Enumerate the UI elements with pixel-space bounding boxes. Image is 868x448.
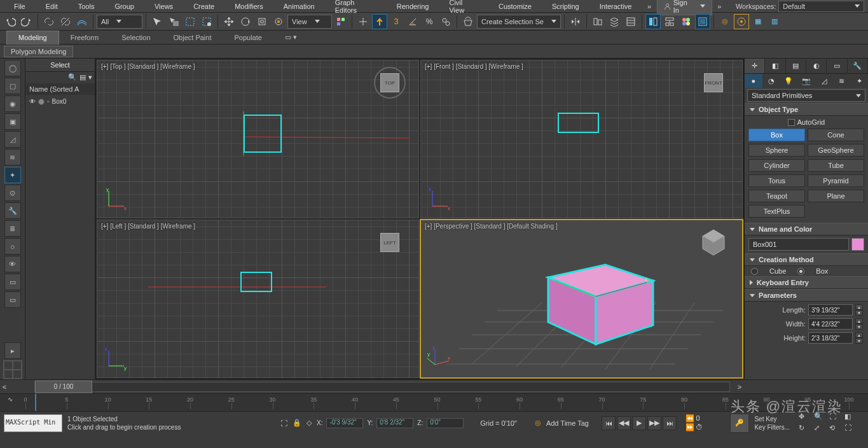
- spinner-snap-icon[interactable]: [438, 14, 453, 29]
- layers-icon[interactable]: [607, 14, 622, 29]
- refcoord-select[interactable]: View: [287, 15, 332, 29]
- prev-key-icon[interactable]: ⏪: [685, 414, 694, 423]
- tab-create-icon[interactable]: ✛: [745, 59, 765, 73]
- set-eye-icon[interactable]: 👁: [4, 256, 21, 272]
- viewport-front-label[interactable]: [+] [Front ] [Standard ] [Wireframe ]: [425, 63, 523, 70]
- time-marker[interactable]: [35, 394, 36, 411]
- menu-scripting[interactable]: Scripting: [542, 1, 589, 11]
- menu-create[interactable]: Create: [183, 1, 224, 11]
- curve-editor-icon[interactable]: [623, 14, 638, 29]
- time-slider[interactable]: 0 / 100: [34, 382, 730, 392]
- ribbon-tab-freeform[interactable]: Freeform: [59, 31, 111, 45]
- set-snap-icon[interactable]: ✦: [4, 167, 21, 183]
- set-sun-icon[interactable]: ☼: [4, 238, 21, 255]
- schematic-icon[interactable]: [662, 14, 677, 29]
- zoom-icon[interactable]: 🔍: [814, 412, 828, 423]
- time-next-icon[interactable]: >: [735, 383, 744, 391]
- render-icon[interactable]: [734, 14, 749, 29]
- subtab-spacewarps-icon[interactable]: ≋: [833, 74, 851, 88]
- scene-item-box[interactable]: 👁 ▫ Box0: [29, 97, 91, 106]
- keyfilters-button[interactable]: Key Filters...: [754, 424, 790, 431]
- paint-select-icon[interactable]: [199, 14, 214, 29]
- primitive-torus-button[interactable]: Torus: [748, 174, 805, 187]
- mirror-icon[interactable]: [568, 14, 583, 29]
- selection-lock-icon[interactable]: [460, 14, 476, 29]
- length-spinner[interactable]: ▲▼: [855, 304, 863, 316]
- set-box-icon[interactable]: ▢: [4, 78, 21, 94]
- fov-icon[interactable]: ◧: [844, 412, 858, 423]
- dolly-icon[interactable]: ⤢: [814, 424, 828, 434]
- primitive-cone-button[interactable]: Cone: [808, 129, 864, 141]
- set-blank2-icon[interactable]: ▭: [4, 291, 21, 308]
- ribbon-tab-populate[interactable]: Populate: [223, 31, 273, 45]
- pivot-icon[interactable]: [333, 14, 348, 29]
- goto-end-icon[interactable]: ⏭: [663, 416, 677, 430]
- set-wave-icon[interactable]: ≋: [4, 149, 21, 165]
- filter-icon[interactable]: ▤: [79, 73, 86, 82]
- prev-frame-icon[interactable]: ◀◀: [617, 416, 631, 430]
- time-prev-icon[interactable]: <: [0, 383, 9, 391]
- primitive-cylinder-button[interactable]: Cylinder: [748, 159, 805, 172]
- align-icon[interactable]: [590, 14, 605, 29]
- subtab-geometry-icon[interactable]: ●: [745, 74, 762, 88]
- timeline[interactable]: ∿ 05101520253035404550556065707580859095…: [0, 393, 868, 411]
- menu-rendering[interactable]: Rendering: [387, 1, 439, 11]
- render-last-icon[interactable]: ▦: [750, 14, 766, 29]
- box3d-object[interactable]: x: [529, 246, 669, 347]
- autokey-button[interactable]: 🔑: [730, 414, 749, 433]
- ribbon-expand-icon[interactable]: ▭ ▾: [273, 31, 308, 45]
- overflow-icon[interactable]: »: [642, 0, 656, 14]
- undo-icon[interactable]: [3, 14, 18, 29]
- viewport-left[interactable]: [+] [Left ] [Standard ] [Wireframe ] LEF…: [97, 220, 419, 378]
- menu-tools[interactable]: Tools: [68, 1, 105, 11]
- rollout-keyboardentry[interactable]: Keyboard Entry: [745, 276, 868, 289]
- menu-civilview[interactable]: Civil View: [439, 0, 488, 15]
- primitive-tube-button[interactable]: Tube: [808, 159, 864, 172]
- tab-hierarchy-icon[interactable]: ▤: [786, 59, 806, 73]
- signin-button[interactable]: Sign In: [657, 0, 712, 15]
- viewcube-front[interactable]: FRONT: [698, 67, 729, 99]
- pan-icon[interactable]: ✥: [799, 412, 813, 423]
- lock-icon[interactable]: 🔒: [293, 419, 301, 427]
- move-icon[interactable]: [221, 14, 237, 29]
- maxscript-listener[interactable]: MAXScript Min: [4, 414, 62, 432]
- viewport-perspective[interactable]: [+] [Perspective ] [Standard ] [Default …: [420, 220, 743, 378]
- object-name-input[interactable]: [748, 238, 849, 251]
- ribbon-tab-modeling[interactable]: Modeling: [6, 31, 59, 45]
- bind-icon[interactable]: [74, 14, 90, 29]
- render-preset-icon[interactable]: ▥: [767, 14, 782, 29]
- coord-y-input[interactable]: 0'8 2/32": [376, 418, 413, 428]
- length-input[interactable]: 3'9 19/32": [808, 304, 853, 316]
- rollout-objecttype[interactable]: Object Type: [745, 103, 868, 116]
- set-light-icon[interactable]: ◉: [4, 95, 21, 112]
- set-list-icon[interactable]: ≣: [4, 220, 21, 237]
- goto-start-icon[interactable]: ⏮: [602, 416, 616, 430]
- menu-edit[interactable]: Edit: [36, 1, 68, 11]
- coord-z-input[interactable]: 0'0": [427, 418, 464, 428]
- zoom-ext-icon[interactable]: ⛶: [829, 412, 843, 423]
- viewport-top[interactable]: [+] [Top ] [Standard ] [Wireframe ] TOP …: [97, 60, 419, 218]
- play-icon[interactable]: ▶: [632, 416, 646, 430]
- width-spinner[interactable]: ▲▼: [855, 318, 863, 330]
- snap-status-icon[interactable]: ◇: [307, 419, 312, 427]
- link-icon[interactable]: [41, 14, 57, 29]
- signin-overflow[interactable]: »: [712, 0, 727, 14]
- redo-icon[interactable]: [19, 14, 34, 29]
- next-frame-icon[interactable]: ▶▶: [647, 416, 661, 430]
- setkey-button[interactable]: Set Key: [754, 416, 790, 423]
- subtab-cameras-icon[interactable]: 📷: [797, 74, 815, 88]
- primitive-teapot-button[interactable]: Teapot: [748, 190, 805, 202]
- primitive-box-button[interactable]: Box: [748, 129, 805, 141]
- subtab-systems-icon[interactable]: ✦: [850, 74, 868, 88]
- render-setup-icon[interactable]: [695, 14, 710, 29]
- set-circle-icon[interactable]: ◯: [4, 60, 21, 76]
- viewport-left-label[interactable]: [+] [Left ] [Standard ] [Wireframe ]: [101, 223, 195, 230]
- primitive-geosphere-button[interactable]: GeoSphere: [808, 144, 864, 157]
- scale-icon[interactable]: [254, 14, 270, 29]
- subtab-lights-icon[interactable]: 💡: [780, 74, 797, 88]
- radio-cube[interactable]: [751, 268, 758, 275]
- time-config-icon[interactable]: ⏱: [696, 423, 703, 431]
- primitive-textplus-button[interactable]: TextPlus: [748, 205, 805, 218]
- tab-utilities-icon[interactable]: 🔧: [848, 59, 868, 73]
- sort-header[interactable]: Name (Sorted A: [25, 83, 95, 95]
